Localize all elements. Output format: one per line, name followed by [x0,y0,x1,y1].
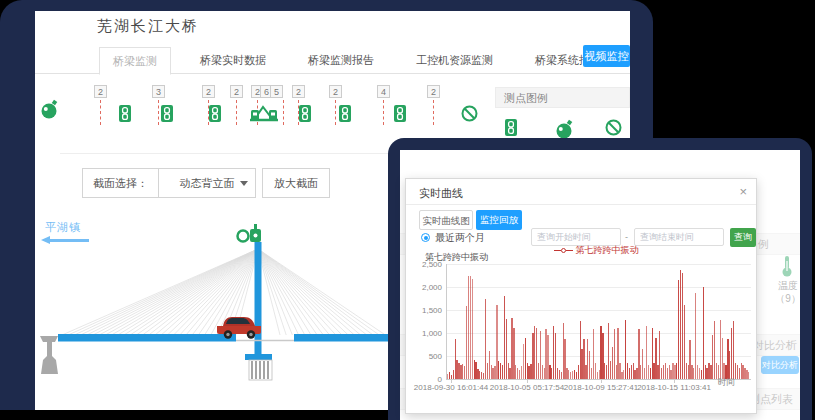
chain-sensor-icon[interactable] [339,105,351,126]
query-button[interactable]: 查询 [730,228,756,247]
vibration-chart: 2,5002,0001,5001,0005000 [406,264,758,379]
page-title: 芜湖长江大桥 [97,17,199,36]
main-tab-3[interactable]: 工控机资源监测 [403,47,506,73]
close-icon[interactable]: × [739,184,747,199]
sensor-count-badge: 2 [427,85,440,98]
legend-line-icon [566,250,573,252]
radio-last-two-months[interactable] [421,233,430,242]
main-tab-0[interactable]: 桥梁监测 [99,47,171,75]
y-tick-label: 1,000 [408,329,442,338]
dialog-title: 实时曲线 [419,186,463,201]
sensor-marker-line [236,100,237,125]
enlarge-section-button[interactable]: 放大截面 [262,168,330,198]
tab-realtime-curve[interactable]: 实时曲线图 [419,210,473,230]
sensor-marker-line [335,100,336,125]
tab-monitor-playback[interactable]: 监控回放 [476,210,522,230]
sensor-count-badge: 2 [94,85,107,98]
main-tabbar: 桥梁监测桥梁实时数据桥梁监测报告工控机资源监测桥梁系统报警 [35,47,630,74]
gridline [446,310,751,311]
sensor-marker-line [100,100,101,125]
sensor-count-badge: 5 [270,85,283,98]
xaxis [446,379,751,380]
sensor-marker-line [158,100,159,125]
bridge-cables [62,249,385,335]
chart-bar [748,372,749,379]
section-select-dropdown[interactable]: 动态背立面 [158,169,255,197]
section-select-label: 截面选择： [83,169,158,197]
sensor-count-badge: 4 [377,85,390,98]
gridline [446,356,751,357]
sensor-count-badge: 3 [152,85,165,98]
section-select-value: 动态背立面 [180,177,235,189]
bridge-deck-left [58,334,236,342]
bridge-tower [255,242,262,356]
gridline [446,333,751,334]
y-tick-label: 500 [408,352,442,361]
sensor-marker-line [283,100,284,125]
x-tick-label: 2018-10-09 15:27:41 [563,383,639,392]
bridge-sensor-icon[interactable] [250,101,278,127]
sensor-count-badge: 2 [329,85,342,98]
tower-cap [245,354,272,360]
gridline [446,287,751,288]
chain-sensor-icon[interactable] [161,105,173,126]
yaxis [446,264,447,379]
date-range-separator: - [625,232,628,242]
tower-pile [249,360,272,380]
realtime-curve-dialog: 实时曲线 × 实时曲线图 监控回放 最近两个月 - 查询 第七跨跨中振动 第七跨… [405,178,757,414]
y-tick-label: 2,500 [408,260,442,269]
gridline [446,264,751,265]
bridge-deck-right [294,334,390,342]
section-select-group: 截面选择： 动态背立面 [82,168,256,198]
video-monitor-button[interactable]: 视频监控 [583,45,630,67]
sensor-marker-line [433,100,434,125]
legend-panel-header: 测点图例 [495,87,630,108]
bridge-pier [40,336,58,374]
legend-ban-icon [605,119,622,140]
legend-series-name: 第七跨跨中振动 [576,245,639,255]
chain-sensor-icon[interactable] [209,105,221,126]
chain-sensor-icon[interactable] [394,105,406,126]
main-tab-2[interactable]: 桥梁监测报告 [295,47,387,73]
chain-sensor-icon[interactable] [299,105,311,126]
gauge-sensor-icon[interactable] [40,99,58,123]
chart-legend[interactable]: 第七跨跨中振动 [554,244,639,257]
x-tick-label: 2018-09-30 16:01:44 [413,383,489,392]
tower-sensor-icon[interactable] [238,224,262,242]
ban-sensor-icon[interactable] [461,105,478,126]
x-axis-title: 时间 [718,377,735,389]
x-tick-label: 2018-10-15 11:03:41 [636,383,712,392]
legend-chain-icon [505,119,517,140]
y-tick-label: 2,000 [408,283,442,292]
query-end-time-input[interactable] [634,228,724,246]
main-tab-1[interactable]: 桥梁实时数据 [187,47,279,73]
sensor-marker-line [383,100,384,125]
dialog-header: 实时曲线 × [406,179,756,205]
sensor-count-badge: 2 [292,85,305,98]
radio-label: 最近两个月 [435,231,485,245]
legend-line-icon [554,250,561,252]
sensor-count-badge: 2 [230,85,243,98]
y-tick-label: 1,500 [408,306,442,315]
chevron-down-icon [240,181,248,186]
chain-sensor-icon[interactable] [119,105,131,126]
x-tick-label: 2018-10-05 05:17:54 [489,383,565,392]
sensor-count-badge: 2 [202,85,215,98]
